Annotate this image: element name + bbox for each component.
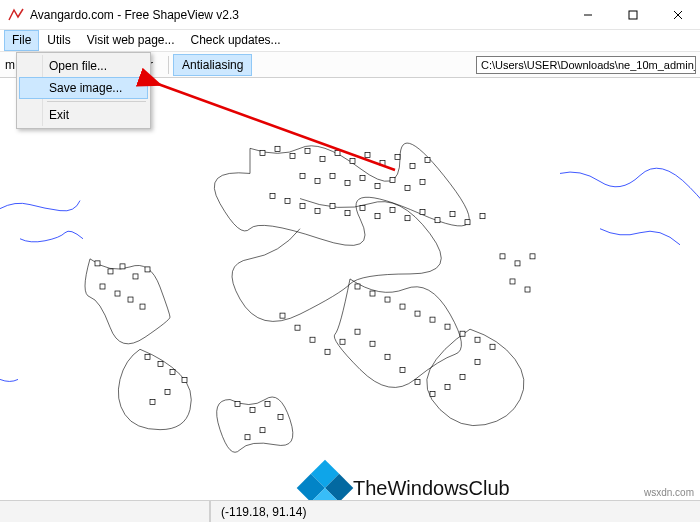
svg-rect-4 <box>260 150 265 155</box>
svg-rect-30 <box>345 211 350 216</box>
antialiasing-toggle[interactable]: Antialiasing <box>173 54 252 76</box>
svg-rect-61 <box>445 324 450 329</box>
svg-rect-41 <box>108 269 113 274</box>
map-drawing <box>0 78 700 500</box>
svg-rect-55 <box>355 284 360 289</box>
svg-rect-24 <box>420 179 425 184</box>
filepath-display[interactable]: C:\Users\USER\Downloads\ne_10m_admin_0_b… <box>476 56 696 74</box>
svg-rect-78 <box>280 313 285 318</box>
svg-rect-65 <box>475 359 480 364</box>
app-icon <box>8 7 24 23</box>
svg-rect-72 <box>370 341 375 346</box>
svg-rect-47 <box>128 297 133 302</box>
svg-rect-68 <box>430 391 435 396</box>
svg-rect-63 <box>475 337 480 342</box>
menu-check-updates[interactable]: Check updates... <box>183 30 289 51</box>
svg-rect-42 <box>120 264 125 269</box>
svg-rect-56 <box>370 291 375 296</box>
toolbar-separator <box>168 56 169 74</box>
menu-utils[interactable]: Utils <box>39 30 78 51</box>
svg-rect-50 <box>158 361 163 366</box>
svg-rect-21 <box>375 184 380 189</box>
svg-rect-43 <box>133 274 138 279</box>
svg-rect-64 <box>490 344 495 349</box>
svg-rect-33 <box>390 208 395 213</box>
maximize-button[interactable] <box>610 0 655 30</box>
svg-rect-49 <box>145 354 150 359</box>
svg-rect-7 <box>305 148 310 153</box>
svg-rect-18 <box>330 173 335 178</box>
svg-rect-6 <box>290 153 295 158</box>
menu-visit-web[interactable]: Visit web page... <box>79 30 183 51</box>
svg-rect-48 <box>140 304 145 309</box>
svg-rect-83 <box>260 428 265 433</box>
svg-rect-87 <box>530 254 535 259</box>
titlebar: Avangardo.com - Free ShapeView v2.3 <box>0 0 700 30</box>
svg-rect-85 <box>500 254 505 259</box>
svg-rect-81 <box>265 402 270 407</box>
svg-rect-75 <box>325 349 330 354</box>
menubar: File Utils Visit web page... Check updat… <box>0 30 700 52</box>
svg-rect-62 <box>460 331 465 336</box>
svg-rect-26 <box>285 199 290 204</box>
svg-rect-14 <box>410 163 415 168</box>
svg-rect-36 <box>435 218 440 223</box>
svg-rect-12 <box>380 160 385 165</box>
svg-rect-51 <box>170 369 175 374</box>
svg-rect-80 <box>250 408 255 413</box>
svg-rect-8 <box>320 156 325 161</box>
window-title: Avangardo.com - Free ShapeView v2.3 <box>30 8 565 22</box>
watermark-text: TheWindowsClub <box>353 477 510 500</box>
svg-rect-29 <box>330 204 335 209</box>
svg-rect-31 <box>360 206 365 211</box>
svg-rect-58 <box>400 304 405 309</box>
svg-rect-57 <box>385 297 390 302</box>
svg-rect-5 <box>275 146 280 151</box>
svg-rect-53 <box>165 389 170 394</box>
window-controls <box>565 0 700 29</box>
svg-rect-52 <box>182 377 187 382</box>
menu-open-file[interactable]: Open file... <box>19 55 148 77</box>
svg-rect-10 <box>350 158 355 163</box>
menu-exit[interactable]: Exit <box>19 104 148 126</box>
close-button[interactable] <box>655 0 700 30</box>
svg-rect-45 <box>100 284 105 289</box>
svg-rect-66 <box>460 374 465 379</box>
svg-rect-46 <box>115 291 120 296</box>
svg-rect-71 <box>385 354 390 359</box>
menu-save-image[interactable]: Save image... <box>19 77 148 99</box>
svg-rect-23 <box>405 186 410 191</box>
svg-rect-76 <box>310 337 315 342</box>
svg-rect-73 <box>355 329 360 334</box>
svg-rect-59 <box>415 311 420 316</box>
minimize-button[interactable] <box>565 0 610 30</box>
svg-rect-13 <box>395 154 400 159</box>
svg-rect-70 <box>400 367 405 372</box>
dropdown-separator <box>47 101 146 102</box>
svg-rect-22 <box>390 177 395 182</box>
map-canvas[interactable]: TheWindowsClub <box>0 78 700 500</box>
svg-rect-9 <box>335 150 340 155</box>
svg-rect-89 <box>525 287 530 292</box>
svg-rect-84 <box>245 435 250 440</box>
svg-rect-44 <box>145 267 150 272</box>
statusbar: (-119.18, 91.14) <box>0 500 700 522</box>
status-coords: (-119.18, 91.14) <box>210 501 316 522</box>
svg-rect-69 <box>415 379 420 384</box>
svg-rect-19 <box>345 180 350 185</box>
menu-file[interactable]: File <box>4 30 39 51</box>
svg-rect-25 <box>270 194 275 199</box>
svg-rect-60 <box>430 317 435 322</box>
svg-rect-27 <box>300 204 305 209</box>
svg-rect-77 <box>295 325 300 330</box>
svg-rect-32 <box>375 214 380 219</box>
svg-rect-1 <box>629 11 637 19</box>
svg-rect-40 <box>95 261 100 266</box>
svg-rect-79 <box>235 402 240 407</box>
svg-rect-17 <box>315 178 320 183</box>
svg-rect-11 <box>365 152 370 157</box>
site-watermark: wsxdn.com <box>644 487 694 498</box>
svg-rect-54 <box>150 400 155 405</box>
app-window: Avangardo.com - Free ShapeView v2.3 File… <box>0 0 700 522</box>
svg-rect-34 <box>405 216 410 221</box>
